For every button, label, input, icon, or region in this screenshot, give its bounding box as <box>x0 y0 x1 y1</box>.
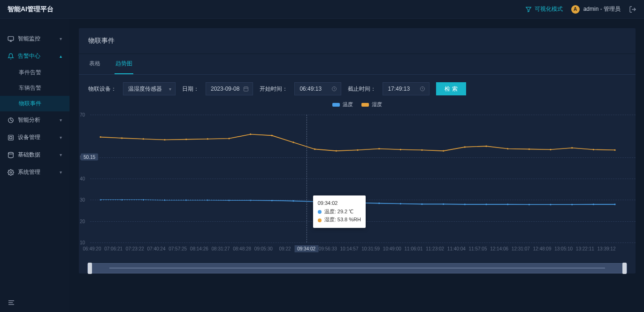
chart-icon <box>8 117 14 124</box>
device-select[interactable]: 温湿度传感器 ▾ <box>123 82 176 95</box>
gear-icon <box>8 169 14 176</box>
svg-point-4 <box>8 152 14 154</box>
sidebar-item-label: 基础数据 <box>18 151 40 159</box>
sidebar-sub-event-alarm[interactable]: 事件告警 <box>0 65 69 80</box>
tabs: 表格 趋势图 <box>79 54 636 75</box>
svg-point-29 <box>529 204 530 205</box>
content-panel: 物联事件 表格 趋势图 物联设备： 温湿度传感器 ▾ 日期： 2023-09-0… <box>79 28 636 273</box>
x-tick: 09:22 <box>279 246 291 251</box>
sidebar-sub-vehicle-alarm[interactable]: 车辆告警 <box>0 80 69 96</box>
sidebar: 智能监控 ▾ 告警中心 ▴ 事件告警 车辆告警 物联事件 智能分析 ▾ 设备管理… <box>0 19 69 312</box>
svg-point-41 <box>250 133 251 135</box>
svg-point-39 <box>207 138 208 140</box>
svg-point-26 <box>464 203 466 205</box>
sidebar-collapse-toggle[interactable] <box>0 293 69 312</box>
svg-point-55 <box>550 149 551 150</box>
tab-table[interactable]: 表格 <box>88 54 101 74</box>
end-label: 截止时间： <box>348 85 376 93</box>
svg-point-27 <box>485 203 487 205</box>
tooltip-row: 湿度: 53.8 %RH <box>318 216 361 224</box>
svg-point-51 <box>464 146 466 148</box>
svg-point-32 <box>593 203 594 205</box>
chevron-up-icon: ▴ <box>60 54 62 59</box>
x-tick: 10:49:00 <box>383 246 401 251</box>
sidebar-item-label: 智能分析 <box>18 116 40 124</box>
chart-legend: 温度 湿度 <box>79 99 636 113</box>
user-role: 管理员 <box>604 6 621 12</box>
mode-toggle-label: 可视化模式 <box>535 5 563 13</box>
svg-rect-6 <box>244 87 248 91</box>
clock-icon <box>331 86 337 92</box>
tooltip-time: 09:34:02 <box>318 199 361 208</box>
svg-point-57 <box>593 149 594 150</box>
end-time-input[interactable]: 17:49:13 <box>383 82 429 95</box>
tooltip-row: 温度: 29.2 ℃ <box>318 208 361 216</box>
grid-line <box>90 179 636 179</box>
slider-handle-right[interactable] <box>622 263 627 274</box>
x-tick: 08:48:28 <box>233 246 251 251</box>
logout-icon[interactable] <box>629 6 636 13</box>
chevron-down-icon: ▾ <box>169 86 171 92</box>
svg-point-40 <box>228 138 230 139</box>
svg-point-33 <box>614 203 615 205</box>
main-content: 物联事件 表格 趋势图 物联设备： 温湿度传感器 ▾ 日期： 2023-09-0… <box>69 19 644 312</box>
legend-item-humidity[interactable]: 湿度 <box>361 101 382 108</box>
svg-point-48 <box>400 149 401 150</box>
chart-area[interactable]: 10203040507006:49:2007:06:2107:23:2207:4… <box>79 113 636 254</box>
x-tick: 11:23:02 <box>426 246 444 251</box>
grid-line <box>90 242 636 243</box>
x-tick: 11:57:05 <box>469 246 487 251</box>
chevron-down-icon: ▾ <box>60 135 62 140</box>
svg-point-49 <box>421 149 422 151</box>
calendar-icon <box>243 86 249 92</box>
user-menu[interactable]: A admin - 管理员 <box>571 5 621 14</box>
bell-icon <box>8 53 14 60</box>
legend-item-temperature[interactable]: 温度 <box>332 101 353 108</box>
x-tick: 12:31:07 <box>512 246 530 251</box>
svg-point-31 <box>571 204 573 205</box>
tab-trend[interactable]: 趋势图 <box>115 54 133 74</box>
x-tick: 13:05:10 <box>554 246 573 251</box>
sidebar-item-alarm[interactable]: 告警中心 ▴ <box>0 47 69 65</box>
search-button[interactable]: 检 索 <box>436 82 466 95</box>
x-tick: 07:40:24 <box>147 246 166 251</box>
start-time-input[interactable]: 06:49:13 <box>294 82 341 95</box>
slider-handle-left[interactable] <box>88 263 92 274</box>
svg-point-44 <box>314 148 315 150</box>
x-tick: 11:40:04 <box>447 246 466 251</box>
visual-mode-toggle[interactable]: 可视化模式 <box>525 5 563 13</box>
chart-tooltip: 09:34:02温度: 29.2 ℃湿度: 53.8 %RH <box>313 195 366 228</box>
chevron-down-icon: ▾ <box>60 36 62 41</box>
svg-point-56 <box>571 147 573 148</box>
database-icon <box>8 152 14 158</box>
start-value: 06:49:13 <box>299 86 322 92</box>
svg-point-34 <box>100 136 101 138</box>
x-tick: 13:39:12 <box>598 246 616 251</box>
x-tick: 09:56:33 <box>319 246 337 251</box>
sidebar-item-analysis[interactable]: 智能分析 ▾ <box>0 111 69 129</box>
y-tick: 70 <box>80 112 85 117</box>
svg-point-46 <box>357 149 358 151</box>
svg-point-52 <box>485 146 487 147</box>
svg-point-25 <box>443 203 444 205</box>
legend-swatch <box>361 103 369 107</box>
y-tick: 30 <box>80 197 85 203</box>
svg-point-47 <box>378 148 380 149</box>
date-input[interactable]: 2023-09-08 <box>206 82 253 95</box>
sidebar-item-system[interactable]: 系统管理 ▾ <box>0 164 69 181</box>
time-range-slider[interactable] <box>87 263 627 273</box>
x-tick: 08:31:27 <box>212 246 230 251</box>
sidebar-item-device[interactable]: 设备管理 ▾ <box>0 129 69 146</box>
sidebar-sub-iot-event[interactable]: 物联事件 <box>0 96 69 111</box>
app-header: 智能AI管理平台 可视化模式 A admin - 管理员 <box>0 0 644 19</box>
svg-rect-3 <box>10 136 12 139</box>
sidebar-item-monitor[interactable]: 智能监控 ▾ <box>0 30 69 47</box>
sidebar-item-data[interactable]: 基础数据 ▾ <box>0 146 69 164</box>
x-tick: 06:49:20 <box>83 246 101 251</box>
svg-point-23 <box>400 203 401 204</box>
svg-point-37 <box>164 139 165 140</box>
slider-preview <box>109 268 605 268</box>
svg-point-5 <box>10 172 12 173</box>
svg-point-30 <box>550 204 551 205</box>
chevron-down-icon: ▾ <box>60 170 62 175</box>
